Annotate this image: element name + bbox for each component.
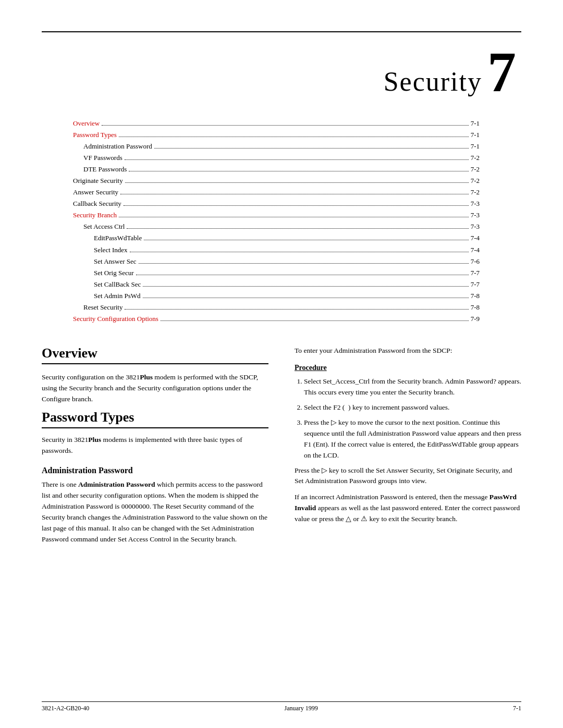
toc-page: 7-7	[471, 279, 480, 290]
toc-dots	[139, 263, 469, 264]
toc-item: Set Orig Secur7-7	[73, 267, 480, 279]
right-para3: If an incorrect Administration Password …	[295, 492, 521, 525]
toc-item: VF Passwords7-2	[73, 152, 480, 164]
toc-label: Set Answer Sec	[73, 256, 137, 267]
toc: Overview7-1Password Types7-1Administrati…	[73, 118, 521, 325]
toc-page: 7-1	[471, 141, 480, 152]
toc-dots	[154, 148, 469, 149]
step-3: Press the ▷ key to move the cursor to th…	[304, 417, 521, 461]
toc-item: DTE Passwords7-2	[73, 164, 480, 175]
page: Security 7 Overview7-1Password Types7-1A…	[0, 0, 563, 728]
toc-item: EditPassWdTable7-4	[73, 232, 480, 244]
toc-label: Reset Security	[73, 302, 123, 313]
toc-item: Set CallBack Sec7-7	[73, 279, 480, 290]
toc-item: Password Types7-1	[73, 129, 480, 141]
toc-dots	[130, 252, 469, 252]
overview-body: Security configuration on the 3821Plus m…	[42, 371, 268, 404]
toc-label: Overview	[73, 118, 100, 129]
toc-page: 7-1	[471, 129, 480, 141]
toc-dots	[144, 240, 468, 240]
toc-item: Overview7-1	[73, 118, 480, 129]
toc-item: Answer Security7-2	[73, 187, 480, 198]
toc-label: Answer Security	[73, 187, 118, 198]
toc-dots	[102, 125, 468, 126]
toc-page: 7-7	[471, 267, 480, 279]
toc-item: Callback Security7-3	[73, 198, 480, 209]
toc-dots	[124, 205, 469, 206]
toc-item: Security Branch7-3	[73, 209, 480, 221]
footer-left: 3821-A2-GB20-40	[42, 705, 89, 712]
top-border	[42, 31, 521, 32]
left-column: Overview Security configuration on the 3…	[42, 346, 274, 550]
toc-item: Select Index7-4	[73, 244, 480, 256]
toc-page: 7-3	[471, 198, 480, 209]
toc-page: 7-4	[471, 244, 480, 256]
toc-page: 7-9	[471, 313, 480, 325]
toc-page: 7-8	[471, 302, 480, 313]
toc-item: Administration Password7-1	[73, 141, 480, 152]
toc-label: Set Orig Secur	[73, 267, 134, 279]
toc-dots	[125, 182, 469, 183]
toc-page: 7-4	[471, 232, 480, 244]
toc-label: Originate Security	[73, 175, 123, 187]
chapter-number: 7	[487, 48, 516, 97]
footer-right: 7-1	[513, 705, 521, 712]
toc-dots	[143, 298, 469, 298]
admin-password-body: There is one Administration Password whi…	[42, 479, 268, 545]
toc-dots	[125, 309, 468, 310]
toc-label: Set Access Ctrl	[73, 221, 125, 232]
procedure-title: Procedure	[295, 364, 521, 372]
toc-page: 7-6	[471, 256, 480, 267]
toc-dots	[161, 320, 469, 321]
chapter-title: Security	[384, 66, 482, 97]
toc-item: Security Configuration Options7-9	[73, 313, 480, 325]
toc-page: 7-3	[471, 221, 480, 232]
toc-dots	[136, 275, 469, 275]
toc-page: 7-1	[471, 118, 480, 129]
toc-dots	[127, 228, 468, 229]
toc-item: Set Answer Sec7-6	[73, 256, 480, 267]
toc-dots	[120, 194, 469, 194]
chapter-header: Security 7	[42, 48, 521, 97]
toc-page: 7-8	[471, 290, 480, 302]
toc-page: 7-2	[471, 187, 480, 198]
right-intro: To enter your Administration Password fr…	[295, 346, 521, 356]
toc-label: Password Types	[73, 129, 117, 141]
toc-label: Set CallBack Sec	[73, 279, 141, 290]
toc-label: Security Configuration Options	[73, 313, 158, 325]
toc-label: Select Index	[73, 244, 128, 256]
toc-dots	[119, 217, 469, 217]
toc-dots	[125, 159, 469, 160]
password-types-intro: Security in 3821Plus modems is implement…	[42, 435, 268, 456]
password-types-title: Password Types	[42, 410, 268, 428]
toc-label: EditPassWdTable	[73, 232, 142, 244]
admin-password-title: Administration Password	[42, 466, 268, 475]
right-para2: Press the ▷ key to scroll the Set Answer…	[295, 465, 521, 487]
toc-label: Security Branch	[73, 209, 117, 221]
toc-dots	[129, 171, 468, 171]
toc-label: Administration Password	[73, 141, 152, 152]
toc-dots	[143, 286, 468, 287]
toc-item: Set Access Ctrl7-3	[73, 221, 480, 232]
step-2: Select the F2 ( ) key to increment passw…	[304, 402, 521, 413]
toc-label: DTE Passwords	[73, 164, 127, 175]
step-1: Select Set_Access_Ctrl from the Security…	[304, 376, 521, 398]
body-content: Overview Security configuration on the 3…	[42, 346, 521, 550]
toc-item: Originate Security7-2	[73, 175, 480, 187]
page-footer: 3821-A2-GB20-40 January 1999 7-1	[42, 701, 521, 712]
toc-page: 7-2	[471, 164, 480, 175]
toc-label: Set Admin PsWd	[73, 290, 141, 302]
toc-dots	[119, 137, 469, 137]
toc-label: Callback Security	[73, 198, 121, 209]
toc-page: 7-2	[471, 175, 480, 187]
toc-label: VF Passwords	[73, 152, 123, 164]
right-column: To enter your Administration Password fr…	[289, 346, 521, 550]
procedure-steps: Select Set_Access_Ctrl from the Security…	[304, 376, 521, 461]
toc-page: 7-3	[471, 209, 480, 221]
overview-title: Overview	[42, 346, 268, 364]
toc-item: Reset Security7-8	[73, 302, 480, 313]
footer-center: January 1999	[285, 705, 318, 712]
toc-page: 7-2	[471, 152, 480, 164]
toc-item: Set Admin PsWd7-8	[73, 290, 480, 302]
